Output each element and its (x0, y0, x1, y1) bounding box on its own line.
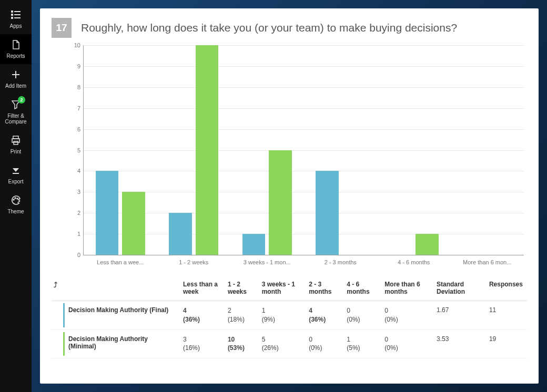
row-name: Decision Making Authority (Final) (64, 301, 181, 330)
svg-point-13 (15, 198, 16, 199)
svg-rect-2 (11, 17, 13, 19)
resp-cell: 19 (487, 329, 527, 358)
sidebar-item-print[interactable]: Print (0, 130, 32, 160)
export-icon (9, 164, 22, 177)
chart-plot: 012345678910Less than a wee...1 - 2 week… (83, 45, 524, 255)
x-tick-label: 1 - 2 weeks (179, 259, 208, 265)
theme-icon (9, 194, 22, 207)
sidebar-item-add-item[interactable]: Add Item (0, 64, 32, 94)
cell: 1 (5%) (345, 329, 382, 358)
y-tick-label: 8 (69, 84, 80, 90)
gridline (84, 45, 524, 46)
svg-rect-0 (11, 11, 13, 13)
cell: 0 (0%) (345, 301, 382, 330)
svg-rect-11 (13, 173, 19, 174)
sidebar-item-apps[interactable]: Apps (0, 4, 32, 34)
col-header: 2 - 3 months (307, 276, 345, 301)
chart: 012345678910Less than a wee...1 - 2 week… (52, 40, 527, 271)
y-tick-label: 0 (69, 252, 80, 258)
gridline (84, 234, 524, 234)
data-table: ⤴Less than a week1 - 2 weeks3 weeks - 1 … (52, 276, 527, 358)
question-number: 17 (52, 18, 72, 38)
y-tick-label: 5 (69, 147, 80, 153)
cell: 4 (36%) (307, 301, 345, 330)
y-tick-label: 3 (69, 189, 80, 195)
bar-1-4[interactable] (416, 234, 439, 255)
sidebar-item-label: Theme (7, 209, 24, 214)
sidebar-item-reports[interactable]: Reports (0, 34, 32, 64)
col-header: More than 6 months (382, 276, 434, 301)
x-tick-label: More than 6 mon... (463, 259, 511, 265)
sidebar-item-label: Print (11, 149, 22, 154)
bar-1-2[interactable] (269, 150, 292, 255)
add-item-icon (9, 68, 22, 81)
sidebar-item-label: Filter &Compare (5, 113, 26, 125)
sidebar-item-label: Apps (10, 23, 22, 29)
question-header: 17 Roughly, how long does it take you (o… (52, 18, 527, 38)
svg-rect-10 (14, 141, 18, 145)
cell: 5 (26%) (260, 329, 307, 358)
gridline (84, 150, 524, 151)
svg-point-14 (17, 198, 18, 199)
x-tick-label: 2 - 3 months (325, 259, 357, 265)
y-tick-label: 9 (69, 63, 80, 69)
col-header: Standard Deviation (434, 276, 487, 301)
filter-badge: 2 (18, 96, 25, 104)
cell: 3 (16%) (181, 329, 226, 358)
bar-1-0[interactable] (122, 192, 145, 255)
svg-rect-1 (11, 14, 13, 16)
svg-point-12 (13, 199, 14, 200)
report-card: 17 Roughly, how long does it take you (o… (40, 8, 539, 384)
std-cell: 1.67 (434, 301, 487, 330)
cell: 10 (53%) (226, 329, 260, 358)
main-area: 17 Roughly, how long does it take you (o… (32, 0, 547, 392)
sidebar-item-label: Export (8, 179, 24, 184)
y-tick-label: 4 (69, 168, 80, 174)
table-row: Decision Making Authority (Minimal)3 (16… (52, 329, 527, 358)
sidebar-item-export[interactable]: Export (0, 160, 32, 190)
sidebar-item-label: Reports (6, 53, 25, 59)
bar-0-0[interactable] (96, 171, 119, 255)
reports-icon (9, 38, 22, 51)
col-header: 4 - 6 months (345, 276, 382, 301)
sidebar: AppsReportsAdd ItemFilter &Compare2Print… (0, 0, 32, 392)
cell: 0 (0%) (307, 329, 345, 358)
cell: 4 (36%) (181, 301, 226, 330)
sidebar-item-label: Add Item (5, 83, 26, 89)
gridline (84, 192, 524, 192)
col-header: 1 - 2 weeks (226, 276, 260, 301)
pivot-icon[interactable]: ⤴ (54, 281, 57, 289)
col-header: 3 weeks - 1 month (260, 276, 307, 301)
row-name: Decision Making Authority (Minimal) (64, 329, 181, 358)
cell: 1 (9%) (260, 301, 307, 330)
question-title: Roughly, how long does it take you (or y… (81, 22, 457, 34)
gridline (84, 213, 524, 213)
cell: 0 (0%) (382, 301, 434, 330)
bar-0-3[interactable] (316, 171, 339, 255)
bar-0-2[interactable] (242, 234, 266, 255)
gridline (84, 129, 524, 130)
svg-rect-4 (14, 14, 21, 15)
svg-rect-5 (14, 17, 21, 18)
std-cell: 3.53 (434, 329, 487, 358)
sidebar-item-filter-compare[interactable]: Filter &Compare2 (0, 94, 32, 130)
x-tick-label: Less than a wee... (97, 259, 144, 265)
apps-icon (9, 8, 22, 21)
x-tick-label: 3 weeks - 1 mon... (244, 259, 291, 265)
col-header: Responses (487, 276, 527, 301)
sidebar-item-theme[interactable]: Theme (0, 190, 32, 220)
bar-1-1[interactable] (196, 45, 219, 255)
y-tick-label: 1 (69, 231, 80, 237)
bar-0-1[interactable] (169, 213, 192, 255)
y-tick-label: 10 (69, 42, 80, 48)
cell: 2 (18%) (226, 301, 260, 330)
gridline (84, 87, 524, 88)
results-table: ⤴Less than a week1 - 2 weeks3 weeks - 1 … (52, 276, 527, 358)
y-tick-label: 7 (69, 105, 80, 111)
print-icon (9, 134, 22, 147)
gridline (84, 171, 524, 171)
col-header: Less than a week (181, 276, 226, 301)
x-tick-label: 4 - 6 months (398, 259, 430, 265)
y-tick-label: 2 (69, 210, 80, 216)
gridline (84, 66, 524, 67)
